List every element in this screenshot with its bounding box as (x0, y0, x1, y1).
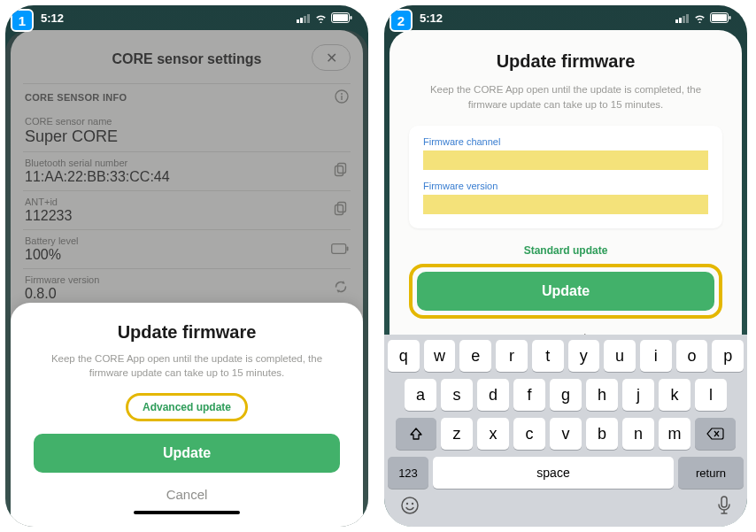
keyboard-row-2: a s d f g h j k l (388, 379, 744, 411)
svg-rect-6 (351, 16, 352, 19)
key-m[interactable]: m (659, 418, 690, 450)
step-badge-1: 1 (11, 9, 34, 32)
key-n[interactable]: n (622, 418, 654, 450)
svg-rect-1 (300, 18, 303, 23)
key-z[interactable]: z (441, 418, 473, 450)
keyboard-row-5 (388, 496, 744, 520)
key-g[interactable]: g (550, 379, 582, 411)
page-title: Update firmware (409, 51, 722, 72)
key-p[interactable]: p (712, 340, 744, 372)
svg-rect-17 (679, 18, 682, 23)
page-hint: Keep the CORE App open until the update … (409, 82, 722, 112)
key-a[interactable]: a (405, 379, 436, 411)
field-label-version: Firmware version (423, 181, 708, 191)
step-badge-2: 2 (390, 9, 413, 32)
svg-rect-22 (729, 16, 731, 19)
key-e[interactable]: e (459, 340, 491, 372)
svg-rect-0 (297, 19, 299, 23)
mic-icon[interactable] (717, 496, 731, 520)
key-x[interactable]: x (477, 418, 509, 450)
key-d[interactable]: d (477, 379, 509, 411)
key-j[interactable]: j (622, 379, 654, 411)
status-icons (675, 12, 731, 23)
phone-screen-1: 1 5:12 CORE sensor settings ✕ CORE SENSO… (5, 5, 368, 527)
key-123[interactable]: 123 (388, 457, 428, 489)
firmware-card: Firmware channel Firmware version (409, 126, 722, 228)
key-y[interactable]: y (568, 340, 600, 372)
ios-keyboard[interactable]: q w e r t y u i o p a s d f g h j k l z (384, 335, 747, 527)
svg-rect-5 (333, 14, 348, 21)
svg-rect-18 (683, 16, 685, 23)
emoji-icon[interactable] (400, 496, 420, 520)
key-space[interactable]: space (433, 457, 674, 489)
key-o[interactable]: o (676, 340, 708, 372)
key-shift[interactable] (396, 418, 436, 450)
sheet-hint: Keep the CORE App open until the update … (34, 351, 340, 381)
key-l[interactable]: l (695, 379, 727, 411)
key-return[interactable]: return (678, 457, 744, 489)
svg-rect-26 (721, 497, 727, 507)
advanced-update-link[interactable]: Advanced update (126, 393, 248, 421)
key-w[interactable]: w (424, 340, 456, 372)
key-v[interactable]: v (550, 418, 582, 450)
cancel-button[interactable]: Cancel (34, 483, 340, 511)
field-label-channel: Firmware channel (423, 136, 708, 147)
status-bar: 5:12 (5, 5, 368, 30)
key-s[interactable]: s (441, 379, 473, 411)
status-icons (297, 12, 352, 23)
svg-point-24 (406, 503, 408, 505)
update-sheet: Update firmware Keep the CORE App open u… (11, 303, 363, 527)
svg-point-25 (412, 503, 413, 505)
keyboard-row-3: z x c v b n m (388, 418, 744, 450)
key-r[interactable]: r (496, 340, 528, 372)
key-t[interactable]: t (532, 340, 564, 372)
key-q[interactable]: q (388, 340, 420, 372)
update-highlight: Update (409, 264, 722, 319)
status-time: 5:12 (41, 12, 64, 25)
keyboard-row-1: q w e r t y u i o p (388, 340, 744, 372)
key-c[interactable]: c (513, 418, 545, 450)
phone-screen-2: 2 5:12 Update firmware Keep the CORE App… (384, 5, 747, 527)
key-k[interactable]: k (659, 379, 690, 411)
key-b[interactable]: b (586, 418, 618, 450)
key-backspace[interactable] (695, 418, 736, 450)
firmware-version-input[interactable] (423, 195, 708, 214)
keyboard-row-4: 123 space return (388, 457, 744, 489)
key-f[interactable]: f (513, 379, 545, 411)
svg-rect-19 (686, 14, 689, 23)
standard-update-link[interactable]: Standard update (409, 244, 722, 257)
status-bar: 5:12 (384, 5, 747, 30)
firmware-channel-input[interactable] (423, 150, 708, 170)
key-h[interactable]: h (586, 379, 618, 411)
svg-point-23 (402, 497, 418, 513)
svg-rect-21 (712, 14, 727, 21)
status-time: 5:12 (420, 12, 443, 25)
home-indicator (134, 511, 240, 514)
key-i[interactable]: i (640, 340, 672, 372)
sheet-title: Update firmware (34, 322, 340, 343)
svg-rect-3 (307, 14, 310, 23)
update-button[interactable]: Update (34, 434, 340, 473)
svg-rect-2 (304, 16, 306, 23)
svg-rect-16 (675, 19, 678, 23)
update-button[interactable]: Update (417, 272, 714, 311)
key-u[interactable]: u (604, 340, 636, 372)
